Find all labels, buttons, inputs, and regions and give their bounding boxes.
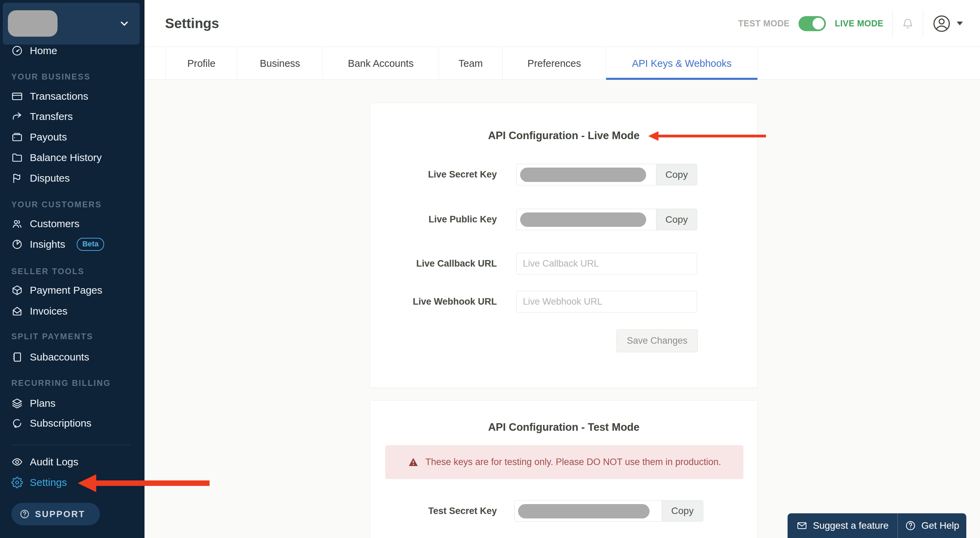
sidebar-item-subaccounts[interactable]: Subaccounts [11,347,89,367]
api-config-test-card: API Configuration - Test Mode These keys… [370,400,758,538]
beta-badge: Beta [77,238,104,251]
live-secret-key-field: Copy [516,164,697,185]
live-callback-url-label: Live Callback URL [404,253,497,275]
test-secret-key-copy-button[interactable]: Copy [662,501,703,521]
tab-team[interactable]: Team [439,47,502,80]
suggest-feature-button[interactable]: Suggest a feature [788,513,897,538]
live-public-key-redacted-value [517,209,656,230]
sidebar-item-transfers[interactable]: Transfers [11,106,73,127]
live-secret-key-copy-button[interactable]: Copy [656,164,697,185]
box-icon [11,284,23,296]
save-changes-button[interactable]: Save Changes [616,329,698,352]
sidebar-item-customers[interactable]: Customers [11,214,80,234]
sidebar-divider [11,445,130,445]
envelope-icon [797,520,807,531]
sidebar-item-disputes[interactable]: Disputes [11,168,70,188]
question-circle-icon [19,509,30,519]
sidebar-item-label: Transfers [30,111,73,122]
sidebar-item-label: Subaccounts [30,351,89,363]
test-keys-warning-banner: These keys are for testing only. Please … [385,445,743,479]
sidebar-item-label: Settings [30,477,67,488]
sidebar-item-balance-history[interactable]: Balance History [11,147,102,168]
test-mode-label: TEST MODE [738,19,790,29]
live-public-key-field: Copy [516,209,697,230]
layers-icon [11,398,23,409]
sidebar-item-payouts[interactable]: Payouts [11,127,67,147]
sidebar-section-split-payments: SPLIT PAYMENTS [11,330,93,343]
sidebar-item-home[interactable]: Home [11,40,57,61]
caret-down-icon [957,22,963,26]
sidebar-item-label: Home [30,45,57,56]
top-header: Settings TEST MODE LIVE MODE [145,0,980,47]
business-logo-redacted [8,10,57,37]
header-controls: TEST MODE LIVE MODE [738,0,963,47]
live-mode-toggle[interactable] [799,16,826,31]
business-selector[interactable] [3,3,140,45]
sidebar-item-label: Disputes [30,172,70,184]
tab-bank-accounts[interactable]: Bank Accounts [323,47,439,80]
support-button[interactable]: SUPPORT [11,503,100,525]
redaction-pill [520,168,646,182]
sidebar-item-label: Plans [30,398,56,409]
gear-icon [11,477,23,488]
sidebar-item-label: Subscriptions [30,417,91,429]
get-help-button[interactable]: Get Help [898,513,966,538]
sidebar-item-payment-pages[interactable]: Payment Pages [11,280,102,300]
wallet-icon [11,131,23,143]
live-mode-label: LIVE MODE [835,19,883,29]
sidebar-item-audit-logs[interactable]: Audit Logs [11,452,78,472]
warning-text: These keys are for testing only. Please … [425,457,721,468]
sidebar-item-settings[interactable]: Settings [11,472,67,493]
sidebar-item-subscriptions[interactable]: Subscriptions [11,413,91,433]
toggle-knob [813,18,824,29]
sidebar-item-label: Payment Pages [30,284,102,296]
api-config-live-card: API Configuration - Live Mode Live Secre… [370,103,758,388]
tab-profile[interactable]: Profile [165,47,237,80]
test-secret-key-field: Copy [514,500,703,522]
share-arrow-icon [11,111,23,122]
live-secret-key-redacted-value [517,164,656,185]
sidebar-item-label: Invoices [30,305,67,317]
get-help-label: Get Help [921,520,959,531]
live-webhook-url-input[interactable] [516,291,697,313]
annotation-arrow-settings [78,474,210,492]
sidebar-section-your-customers: YOUR CUSTOMERS [11,198,102,211]
live-secret-key-label: Live Secret Key [404,164,497,185]
sidebar-item-label: Transactions [30,91,88,102]
redaction-pill [520,212,646,227]
annotation-arrow-live-mode [648,131,766,141]
sidebar-item-label: Audit Logs [30,456,78,468]
tab-preferences[interactable]: Preferences [502,47,606,80]
account-menu[interactable] [932,14,963,33]
sidebar-section-your-business: YOUR BUSINESS [11,70,91,83]
sidebar-item-invoices[interactable]: Invoices [11,301,67,321]
sidebar-section-recurring-billing: RECURRING BILLING [11,377,111,389]
chevron-down-icon [118,18,130,29]
test-secret-key-redacted-value [515,501,662,521]
sidebar-item-transactions[interactable]: Transactions [11,86,88,107]
test-secret-key-label: Test Secret Key [404,500,497,522]
sidebar-item-label: Insights [30,238,65,250]
arrow-head [648,131,659,141]
credit-card-icon [11,91,23,102]
sidebar-item-label: Balance History [30,152,102,163]
folder-icon [11,152,23,163]
notebook-icon [11,351,23,363]
suggest-feature-label: Suggest a feature [813,520,889,531]
arrow-head [78,474,96,492]
live-callback-url-input[interactable] [516,253,697,275]
sidebar-item-label: Customers [30,218,80,230]
tab-business[interactable]: Business [237,47,323,80]
sidebar-item-insights[interactable]: Insights Beta [11,234,104,255]
flag-icon [11,172,23,184]
live-public-key-copy-button[interactable]: Copy [656,209,697,230]
pie-chart-icon [11,238,23,250]
sidebar-item-plans[interactable]: Plans [11,393,56,413]
eye-icon [11,456,23,468]
tab-api-keys-webhooks[interactable]: API Keys & Webhooks [606,47,758,80]
live-webhook-url-label: Live Webhook URL [404,291,497,313]
notifications-bell-icon[interactable] [902,18,914,30]
arrow-shaft [659,135,766,137]
loop-icon [11,417,23,429]
live-public-key-label: Live Public Key [404,209,497,230]
